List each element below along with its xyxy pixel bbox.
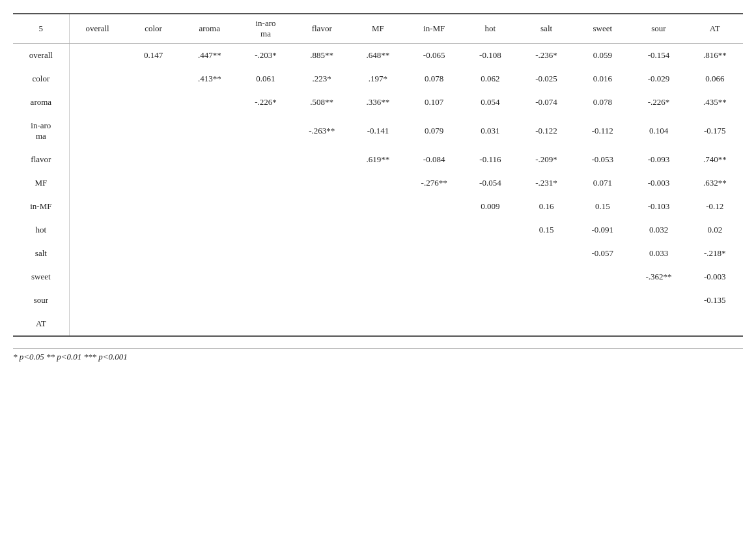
table-cell: -0.091 (574, 218, 630, 242)
table-cell: .619** (350, 148, 406, 171)
table-cell (125, 289, 181, 312)
col-header-aroma: aroma (182, 14, 238, 44)
table-cell (294, 312, 350, 336)
table-cell (630, 312, 686, 336)
table-cell: 0.104 (630, 114, 686, 148)
table-cell: 0.032 (630, 218, 686, 242)
table-cell: 0.02 (687, 218, 743, 242)
table-cell: 0.16 (518, 195, 574, 218)
table-cell: -0.12 (687, 195, 743, 218)
table-cell: -0.029 (630, 67, 686, 91)
table-row: flavor.619**-0.084-0.116-.209*-0.053-0.0… (13, 148, 743, 171)
table-cell: 0.033 (630, 242, 686, 265)
table-cell: -0.065 (406, 44, 462, 68)
table-cell (687, 312, 743, 336)
table-cell: -0.093 (630, 148, 686, 171)
table-cell (350, 171, 406, 195)
col-header-sour: sour (630, 14, 686, 44)
table-cell (238, 265, 294, 289)
table-cell: 0.009 (462, 195, 518, 218)
table-row: aroma-.226*.508**.336**0.1070.054-0.0740… (13, 91, 743, 114)
table-cell: -0.084 (406, 148, 462, 171)
table-cell (182, 114, 238, 148)
table-row: salt-0.0570.033-.218* (13, 242, 743, 265)
table-cell (350, 312, 406, 336)
table-cell: -.203* (238, 44, 294, 68)
table-cell (69, 114, 125, 148)
table-cell (69, 218, 125, 242)
table-cell (238, 114, 294, 148)
table-cell: .197* (350, 67, 406, 91)
table-cell: .648** (350, 44, 406, 68)
table-row: in-aroma-.263**-0.1410.0790.031-0.122-0.… (13, 114, 743, 148)
table-cell (125, 171, 181, 195)
table-cell (182, 91, 238, 114)
table-cell: 0.15 (518, 218, 574, 242)
table-cell: 0.078 (406, 67, 462, 91)
table-cell: .508** (294, 91, 350, 114)
table-cell (518, 265, 574, 289)
table-row: sweet-.362**-0.003 (13, 265, 743, 289)
col-header-hot: hot (462, 14, 518, 44)
table-cell: .740** (687, 148, 743, 171)
table-cell (462, 242, 518, 265)
table-cell: -.362** (630, 265, 686, 289)
table-cell (125, 265, 181, 289)
table-cell: .413** (182, 67, 238, 91)
row-label: salt (13, 242, 69, 265)
table-cell (238, 218, 294, 242)
table-cell: .885** (294, 44, 350, 68)
table-cell (69, 91, 125, 114)
table-cell (69, 171, 125, 195)
table-cell (69, 312, 125, 336)
table-cell (182, 289, 238, 312)
table-cell (238, 242, 294, 265)
table-cell: 0.061 (238, 67, 294, 91)
table-cell (69, 195, 125, 218)
table-cell: 0.016 (574, 67, 630, 91)
table-cell (630, 289, 686, 312)
table-cell (238, 312, 294, 336)
table-cell: 0.071 (574, 171, 630, 195)
table-cell: -0.053 (574, 148, 630, 171)
table-cell (462, 312, 518, 336)
table-cell: 0.147 (125, 44, 181, 68)
table-cell: .816** (687, 44, 743, 68)
table-cell: -.263** (294, 114, 350, 148)
table-cell: 0.107 (406, 91, 462, 114)
table-cell (125, 148, 181, 171)
table-cell: -0.074 (518, 91, 574, 114)
table-cell (406, 312, 462, 336)
table-cell (294, 218, 350, 242)
table-cell: -0.154 (630, 44, 686, 68)
table-cell (69, 289, 125, 312)
table-cell: -0.103 (630, 195, 686, 218)
table-cell (69, 242, 125, 265)
table-cell (238, 171, 294, 195)
table-cell (125, 218, 181, 242)
table-cell: -0.112 (574, 114, 630, 148)
table-row: hot0.15-0.0910.0320.02 (13, 218, 743, 242)
table-row: AT (13, 312, 743, 336)
row-label: sour (13, 289, 69, 312)
col-header-in-mf: in-MF (406, 14, 462, 44)
col-header-overall: overall (69, 14, 125, 44)
table-row: color.413**0.061.223*.197*0.0780.062-0.0… (13, 67, 743, 91)
col-header-5: 5 (13, 14, 69, 44)
table-row: MF-.276**-0.054-.231*0.071-0.003.632** (13, 171, 743, 195)
table-cell (182, 242, 238, 265)
table-cell (294, 265, 350, 289)
table-cell: -.226* (630, 91, 686, 114)
table-cell (125, 67, 181, 91)
table-cell (182, 218, 238, 242)
col-header-mf: MF (350, 14, 406, 44)
table-cell: .632** (687, 171, 743, 195)
col-header-flavor: flavor (294, 14, 350, 44)
table-cell (182, 312, 238, 336)
table-cell: 0.059 (574, 44, 630, 68)
table-cell (125, 114, 181, 148)
table-cell: -.276** (406, 171, 462, 195)
table-cell: 0.054 (462, 91, 518, 114)
table-cell (125, 195, 181, 218)
table-cell: -0.054 (462, 171, 518, 195)
